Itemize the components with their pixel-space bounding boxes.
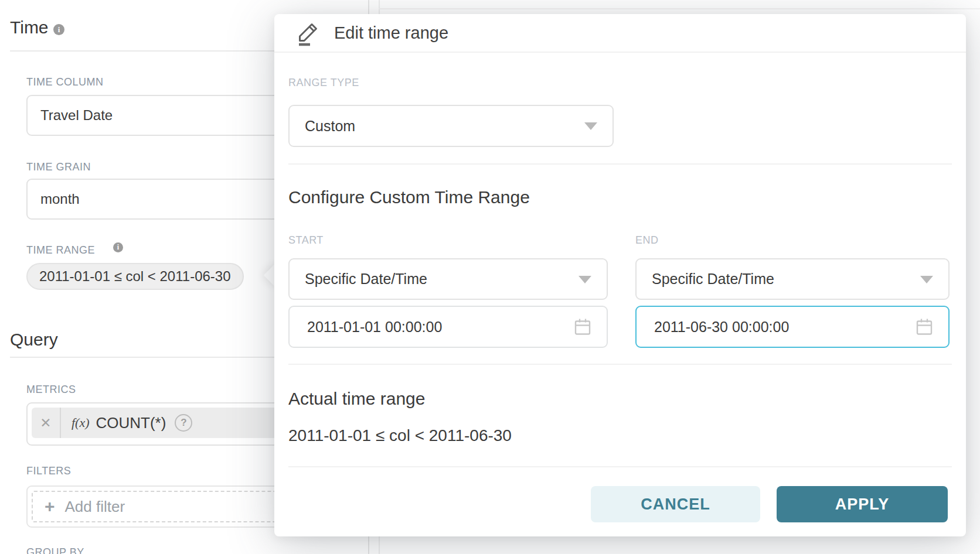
- metrics-field[interactable]: ✕ f(x) COUNT(*) ?: [26, 402, 307, 446]
- cancel-button[interactable]: CANCEL: [591, 486, 760, 522]
- end-mode-value: Specific Date/Time: [637, 271, 774, 288]
- metric-name: COUNT(*): [96, 414, 166, 432]
- start-mode-select[interactable]: Specific Date/Time: [288, 258, 608, 300]
- add-filter-label: Add filter: [65, 498, 125, 516]
- time-column-label: TIME COLUMN: [26, 76, 104, 88]
- start-date-value: 2011-01-01 00:00:00: [290, 319, 442, 336]
- end-label: END: [635, 234, 659, 247]
- end-mode-select[interactable]: Specific Date/Time: [635, 258, 950, 300]
- end-date-input[interactable]: 2011-06-30 00:00:00: [635, 306, 950, 348]
- edit-pencil-icon: [294, 19, 321, 46]
- metric-chip[interactable]: ✕ f(x) COUNT(*) ?: [32, 408, 301, 438]
- add-filter-button[interactable]: + Add filter: [32, 491, 302, 522]
- metric-help-icon[interactable]: ?: [175, 414, 192, 432]
- time-info-icon[interactable]: i: [53, 24, 64, 35]
- start-mode-value: Specific Date/Time: [290, 271, 427, 288]
- edit-time-range-modal: Edit time range RANGE TYPE Custom Config…: [274, 14, 966, 536]
- range-type-value: Custom: [290, 118, 355, 135]
- chevron-down-icon: [584, 122, 597, 130]
- query-section-heading: Query: [10, 330, 58, 350]
- filters-field: + Add filter: [26, 485, 307, 528]
- modal-divider: [288, 364, 952, 365]
- calendar-icon[interactable]: [574, 317, 591, 336]
- time-section-heading: Time: [10, 18, 49, 37]
- configure-heading: Configure Custom Time Range: [288, 187, 530, 207]
- filters-label: FILTERS: [26, 465, 71, 477]
- apply-button[interactable]: APPLY: [777, 486, 948, 522]
- modal-divider: [288, 163, 952, 165]
- time-grain-value: month: [28, 191, 80, 207]
- time-column-value: Travel Date: [28, 107, 113, 124]
- actual-range-heading: Actual time range: [288, 389, 425, 409]
- metric-remove-button[interactable]: ✕: [32, 408, 61, 438]
- actual-range-value: 2011-01-01 ≤ col < 2011-06-30: [288, 426, 512, 445]
- modal-divider: [288, 466, 952, 467]
- plus-icon: +: [45, 498, 55, 515]
- time-range-info-icon[interactable]: i: [113, 242, 123, 252]
- range-type-label: RANGE TYPE: [288, 77, 359, 89]
- time-column-select[interactable]: Travel Date: [26, 95, 307, 136]
- end-date-value: 2011-06-30 00:00:00: [637, 319, 789, 336]
- metrics-label: METRICS: [26, 384, 76, 396]
- chevron-down-icon: [579, 276, 591, 283]
- start-date-input[interactable]: 2011-01-01 00:00:00: [288, 306, 608, 348]
- time-grain-select[interactable]: month: [26, 179, 307, 220]
- time-range-label: TIME RANGE: [26, 244, 95, 257]
- explore-view: Time i TIME COLUMN Travel Date TIME GRAI…: [0, 0, 980, 554]
- modal-header: Edit time range: [274, 14, 966, 53]
- start-label: START: [288, 234, 324, 247]
- modal-title: Edit time range: [334, 23, 448, 43]
- chevron-down-icon: [920, 276, 933, 283]
- calendar-icon[interactable]: [916, 317, 933, 336]
- group-by-label: GROUP BY: [26, 546, 84, 554]
- time-range-pill[interactable]: 2011-01-01 ≤ col < 2011-06-30: [26, 263, 244, 290]
- range-type-select[interactable]: Custom: [288, 105, 614, 147]
- function-icon: f(x): [72, 415, 90, 430]
- time-grain-label: TIME GRAIN: [26, 161, 91, 173]
- chart-panel-top-border: [379, 8, 980, 9]
